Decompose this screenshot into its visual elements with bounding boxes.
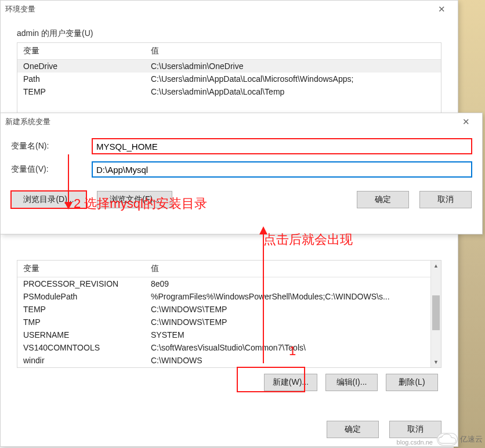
watermark-text: 亿速云	[460, 434, 483, 445]
ok-button[interactable]: 确定	[327, 421, 379, 438]
table-row[interactable]: TMPC:\WINDOWS\TEMP	[17, 316, 441, 328]
env-title: 环境变量	[5, 4, 430, 15]
table-row[interactable]: PROCESSOR_REVISION8e09	[17, 277, 441, 291]
sys-vars-table: 变量 值 PROCESSOR_REVISION8e09 PSModulePath…	[17, 261, 441, 367]
var-name-input[interactable]	[92, 139, 472, 154]
new-button[interactable]: 新建(W)...	[264, 374, 317, 391]
scroll-down-icon[interactable]: ▼	[431, 357, 441, 367]
table-row[interactable]: VS140COMNTOOLSC:\softWaresVisualStudio\C…	[17, 341, 441, 354]
browse-dir-button[interactable]: 浏览目录(D)...	[11, 191, 86, 208]
watermark: 亿速云	[437, 433, 483, 446]
browse-file-button[interactable]: 浏览文件(F)...	[97, 191, 172, 208]
newvar-ok-button[interactable]: 确定	[357, 191, 409, 208]
edit-button[interactable]: 编辑(I)...	[325, 374, 378, 391]
scroll-up-icon[interactable]: ▲	[431, 261, 441, 271]
col-val-header[interactable]: 值	[145, 261, 441, 277]
col-var-header[interactable]: 变量	[17, 261, 145, 277]
var-name-label: 变量名(N):	[11, 141, 92, 151]
scroll-thumb[interactable]	[432, 295, 440, 330]
newvar-title: 新建系统变量	[5, 117, 454, 127]
table-row[interactable]: TEMP C:\Users\admin\AppData\Local\Temp	[17, 85, 441, 98]
col-val-header[interactable]: 值	[145, 43, 441, 60]
scrollbar[interactable]: ▲ ▼	[430, 261, 441, 367]
new-var-dialog: 新建系统变量 ✕ 变量名(N): 变量值(V): 浏览目录(D)... 浏览文件…	[0, 113, 483, 234]
cloud-icon	[437, 433, 458, 446]
user-vars-label: admin 的用户变量(U)	[17, 28, 441, 39]
cancel-button[interactable]: 取消	[389, 421, 441, 438]
sys-vars-panel: 变量 值 PROCESSOR_REVISION8e09 PSModulePath…	[17, 260, 441, 368]
newvar-titlebar: 新建系统变量 ✕	[1, 113, 482, 131]
table-row[interactable]: windirC:\WINDOWS	[17, 354, 441, 367]
user-vars-table: 变量 值 OneDrive C:\Users\admin\OneDrive Pa…	[17, 43, 441, 98]
table-row[interactable]: USERNAMESYSTEM	[17, 328, 441, 341]
table-row[interactable]: Path C:\Users\admin\AppData\Local\Micros…	[17, 73, 441, 85]
table-row[interactable]: TEMPC:\WINDOWS\TEMP	[17, 303, 441, 316]
col-var-header[interactable]: 变量	[17, 43, 145, 60]
sub-watermark: blog.csdn.ne	[397, 439, 433, 446]
table-row[interactable]: PSModulePath%ProgramFiles%\WindowsPowerS…	[17, 290, 441, 303]
var-value-input[interactable]	[92, 162, 472, 177]
var-value-label: 变量值(V):	[11, 164, 92, 175]
close-icon[interactable]: ✕	[430, 1, 453, 17]
table-row[interactable]: OneDrive C:\Users\admin\OneDrive	[17, 60, 441, 73]
newvar-cancel-button[interactable]: 取消	[419, 191, 472, 208]
close-icon[interactable]: ✕	[454, 114, 477, 130]
env-titlebar: 环境变量 ✕	[1, 1, 458, 18]
delete-button[interactable]: 删除(L)	[386, 374, 438, 391]
